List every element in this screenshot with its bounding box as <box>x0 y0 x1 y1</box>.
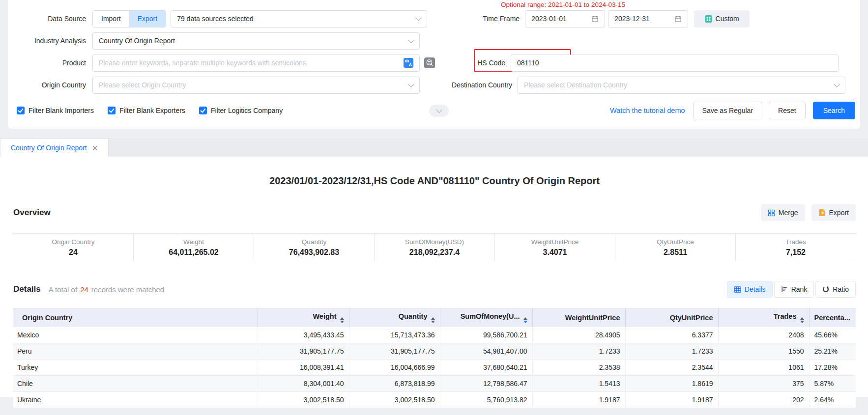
product-label: Product <box>8 59 86 67</box>
sort-icon[interactable] <box>340 317 344 323</box>
view-rank-button[interactable]: Rank <box>774 281 814 298</box>
export-button[interactable]: Export <box>811 204 856 221</box>
export-button-label: Export <box>829 209 849 217</box>
checkbox-label: Filter Blank Exporters <box>119 107 185 114</box>
sort-icon[interactable] <box>431 317 435 323</box>
col-qty-unit-price: QtyUnitPrice <box>625 309 718 327</box>
overview-heading: Overview <box>13 208 51 218</box>
filter-blank-exporters-checkbox[interactable]: Filter Blank Exporters <box>108 107 185 114</box>
view-details-button[interactable]: Details <box>727 281 773 298</box>
report-tab-strip: Country Of Origin Report ✕ <box>0 138 868 157</box>
tab-country-of-origin-report[interactable]: Country Of Origin Report ✕ <box>0 138 109 157</box>
product-input-box <box>92 55 420 72</box>
import-toggle-button[interactable]: Import <box>93 11 129 27</box>
custom-icon <box>705 15 712 23</box>
view-ratio-button[interactable]: Ratio <box>815 281 856 298</box>
start-date-value: 2023-01-01 <box>531 15 567 23</box>
calendar-icon <box>674 15 682 23</box>
checkbox-label: Filter Logitics Company <box>211 107 283 114</box>
close-icon[interactable]: ✕ <box>92 144 98 152</box>
origin-country-select[interactable] <box>92 77 420 94</box>
destination-country-label: Destination Country <box>420 81 512 89</box>
export-toggle-button[interactable]: Export <box>129 11 166 27</box>
filter-row-industry: Industry Analysis Country Of Origin Repo… <box>8 32 855 50</box>
save-as-regular-button[interactable]: Save as Regular <box>693 102 763 119</box>
export-icon <box>818 209 826 217</box>
filter-row-product-hscode: Product HS Code <box>8 54 855 72</box>
data-sources-select-value: 79 data sources selected <box>177 15 416 23</box>
stat-weight: Weight 64,011,265.02 <box>134 234 254 261</box>
checkbox-checked-icon <box>199 107 207 114</box>
col-quantity[interactable]: Quantity <box>349 309 440 327</box>
custom-range-button[interactable]: Custom <box>694 10 750 28</box>
stat-weight-unit-price: WeightUnitPrice 3.4071 <box>495 234 615 261</box>
overview-stats-bar: Origin Country 24 Weight 64,011,265.02 Q… <box>13 233 856 261</box>
sort-desc-icon[interactable] <box>523 317 527 323</box>
report-title: 2023/01/01-2023/12/31,HS Code AND"081110… <box>13 157 856 187</box>
hs-code-input-box <box>511 55 839 72</box>
match-summary: A total of24records were matched <box>49 285 164 294</box>
origin-country-label: Origin Country <box>8 81 86 89</box>
origin-country-placeholder <box>99 81 409 89</box>
table-row[interactable]: Turkey16,008,391.4116,004,666.9937,680,6… <box>13 360 856 376</box>
end-date-input[interactable]: 2023-12-31 <box>608 10 688 28</box>
hs-code-label: HS Code <box>435 59 505 67</box>
industry-analysis-select[interactable]: Country Of Origin Report <box>92 32 420 50</box>
col-sum-of-money[interactable]: SumOfMoney(U... <box>440 309 532 327</box>
chevron-down-icon <box>415 15 422 21</box>
product-input[interactable] <box>99 59 402 67</box>
exact-search-icon[interactable] <box>424 57 435 68</box>
table-row[interactable]: Chile8,304,001.406,873,818.9912,798,586.… <box>13 376 856 392</box>
data-source-label: Data Source <box>8 15 86 23</box>
filter-blank-importers-checkbox[interactable]: Filter Blank Importers <box>17 107 94 114</box>
merge-button-label: Merge <box>779 209 798 217</box>
details-heading: Details <box>13 284 41 294</box>
data-source-toggle: Import Export <box>92 10 166 28</box>
col-weight-unit-price: WeightUnitPrice <box>532 309 625 327</box>
overview-header: Overview Merge Export <box>13 204 856 221</box>
custom-button-label: Custom <box>716 15 739 23</box>
search-button[interactable]: Search <box>813 102 855 119</box>
report-content: 2023/01/01-2023/12/31,HS Code AND"081110… <box>0 157 868 397</box>
filter-row-countries: Origin Country Destination Country <box>8 76 855 94</box>
checkbox-checked-icon <box>17 107 25 114</box>
reset-button[interactable]: Reset <box>769 102 806 119</box>
table-row[interactable]: Mexico3,495,433.4515,713,473.3699,586,70… <box>13 327 856 343</box>
stat-qty-unit-price: QtyUnitPrice 2.8511 <box>615 234 736 261</box>
filter-panel: Optional range: 2021-01-01 to 2024-03-15… <box>8 0 860 129</box>
details-table: Origin Country Weight Quantity SumOfMone… <box>13 308 856 408</box>
table-row[interactable]: Peru31,905,177.7531,905,177.7554,981,407… <box>13 343 856 360</box>
sort-icon[interactable] <box>800 317 804 323</box>
rank-icon <box>781 286 788 293</box>
hs-code-input[interactable] <box>517 59 832 67</box>
data-sources-select[interactable]: 79 data sources selected <box>171 10 427 28</box>
filter-logistics-company-checkbox[interactable]: Filter Logitics Company <box>199 107 283 114</box>
view-rank-label: Rank <box>791 285 808 293</box>
optional-range-text: Optional range: 2021-01-01 to 2024-03-15 <box>501 1 625 8</box>
chevron-down-icon <box>436 107 442 113</box>
end-date-value: 2023-12-31 <box>614 15 650 23</box>
checkbox-label: Filter Blank Importers <box>29 107 94 114</box>
calendar-icon <box>591 15 599 23</box>
view-details-label: Details <box>745 285 766 293</box>
filter-row-data-source: Data Source Import Export 79 data source… <box>8 10 855 28</box>
chevron-down-icon <box>408 37 414 43</box>
time-frame-label: Time Frame <box>427 15 520 23</box>
table-row[interactable]: Ukraine3,002,518.503,002,518.505,760,913… <box>13 392 856 408</box>
table-header-row: Origin Country Weight Quantity SumOfMone… <box>13 309 856 327</box>
chevron-down-icon <box>834 81 840 87</box>
match-count: 24 <box>77 285 91 294</box>
translate-icon[interactable] <box>404 58 413 68</box>
stat-origin-country: Origin Country 24 <box>13 234 134 261</box>
col-trades[interactable]: Trades <box>718 309 809 327</box>
checkbox-checked-icon <box>108 107 116 114</box>
col-weight[interactable]: Weight <box>258 309 349 327</box>
ratio-icon <box>822 286 829 293</box>
view-ratio-label: Ratio <box>833 285 849 293</box>
start-date-input[interactable]: 2023-01-01 <box>525 10 605 28</box>
destination-country-select[interactable] <box>518 77 845 94</box>
merge-button[interactable]: Merge <box>761 204 805 221</box>
tutorial-demo-link[interactable]: Watch the tutorial demo <box>610 107 685 114</box>
merge-icon <box>768 209 775 217</box>
collapse-filters-button[interactable] <box>429 105 449 117</box>
